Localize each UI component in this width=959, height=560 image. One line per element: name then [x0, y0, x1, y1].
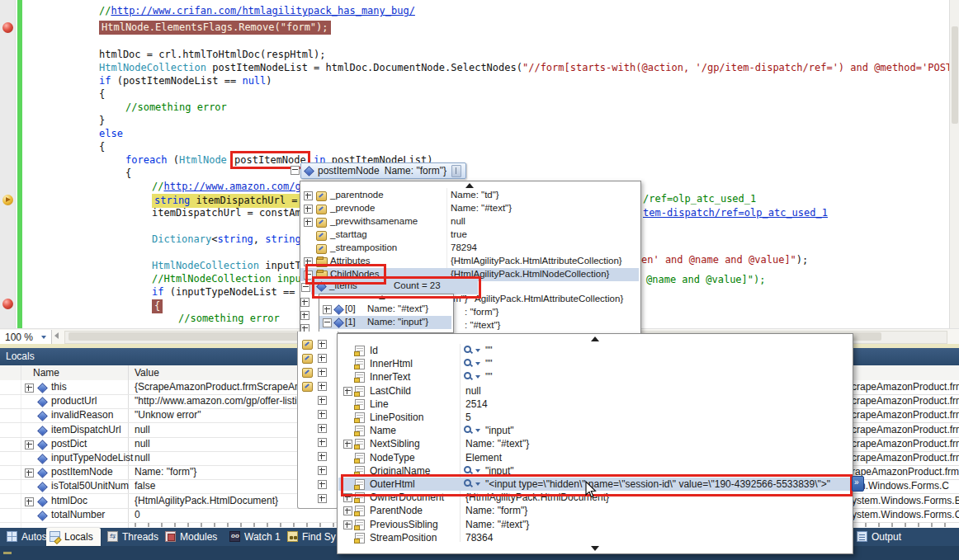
expander-plus-icon[interactable] [304, 191, 313, 200]
datatip-pin-icon[interactable] [852, 476, 864, 492]
property-row[interactable]: Name"input" [338, 424, 851, 437]
code-line[interactable]: HtmlNodeCollection postItemNodeList = ht… [99, 62, 959, 74]
magnifier-icon[interactable] [464, 426, 473, 435]
code-line[interactable]: itemDispatchUrl = constAma [152, 207, 307, 219]
expander-plus-icon[interactable] [318, 480, 327, 489]
scroll-left-arrow-icon[interactable] [54, 332, 59, 339]
magnifier-icon[interactable] [464, 466, 473, 475]
expander-plus-icon[interactable] [318, 354, 327, 363]
code-line[interactable]: } [99, 115, 105, 127]
code-line[interactable]: HtmlNode.ElementsFlags.Remove("form"); [99, 21, 331, 35]
magnifier-icon[interactable] [464, 372, 473, 381]
code-line[interactable]: string itemDispatchUrl = p [152, 194, 312, 208]
expander-plus-icon[interactable] [343, 506, 352, 515]
pin-to-source-icon[interactable] [451, 165, 461, 177]
code-line[interactable]: { [99, 141, 105, 153]
magnifier-icon[interactable] [464, 359, 473, 368]
code-line[interactable]: en' and @name and @value]"); [641, 254, 808, 266]
property-row[interactable]: LinePosition5 [338, 411, 851, 424]
vertical-scrollbar[interactable] [949, 0, 959, 328]
code-line[interactable]: @name and @value]"); [646, 274, 766, 286]
property-row[interactable]: ParentNodeName: "form"} [338, 504, 851, 517]
property-row[interactable]: InnerHtml"" [338, 357, 851, 370]
item-row[interactable]: [0]Name: "#text"} [319, 303, 451, 316]
breakpoint-margin[interactable] [0, 0, 16, 328]
datatip-header[interactable]: postItemNode Name: "form"} [300, 162, 466, 179]
expander-plus-icon[interactable] [343, 493, 352, 502]
expander-plus-icon[interactable] [318, 368, 327, 377]
node-properties-popup[interactable]: Id""InnerHtml""InnerText""LastChildnullL… [337, 333, 853, 554]
items-list-popup[interactable]: [0]Name: "#text"}[1]Name: "input"} [319, 294, 454, 333]
code-line[interactable]: else [99, 128, 123, 140]
dropdown-caret-icon[interactable] [475, 362, 480, 365]
expander-plus-icon[interactable] [25, 440, 34, 449]
tracepoint-icon[interactable] [2, 195, 13, 205]
expander-plus-icon[interactable] [318, 382, 327, 391]
code-line[interactable]: { [152, 299, 163, 313]
property-row[interactable]: Line2514 [338, 398, 851, 411]
property-row[interactable]: PreviousSiblingName: "#text"} [338, 518, 851, 531]
code-line[interactable]: Dictionary<string, string> [152, 233, 307, 246]
expander-plus-icon[interactable] [304, 205, 313, 214]
expander-plus-icon[interactable] [300, 298, 309, 307]
tab-autos[interactable]: Autos [3, 528, 43, 546]
code-line[interactable]: //HtmlNodeCollection input [152, 273, 307, 285]
code-line[interactable]: if (inputTypeNodeList == n [152, 286, 307, 299]
scroll-up-icon[interactable] [591, 336, 599, 341]
code-line[interactable]: tem-dispatch/ref=olp_atc_used_1 [643, 207, 828, 219]
expander-plus-icon[interactable] [300, 311, 309, 320]
vertical-scrollbar-thumb[interactable] [952, 26, 958, 124]
property-row[interactable]: NextSiblingName: "#text"} [338, 437, 851, 450]
code-line[interactable]: { [99, 88, 105, 101]
tab-locals[interactable]: Locals [46, 528, 101, 546]
expander-plus-icon[interactable] [318, 410, 327, 419]
code-line[interactable]: //something error [178, 313, 280, 325]
expander-plus-icon[interactable] [343, 440, 352, 449]
items-collapse-expander[interactable] [301, 283, 310, 292]
expander-plus-icon[interactable] [343, 387, 352, 396]
tab-watch-1[interactable]: Watch 1 [226, 528, 281, 546]
expander-plus-icon[interactable] [25, 468, 34, 478]
dropdown-caret-icon[interactable] [475, 429, 480, 432]
tree-row[interactable]: _prevwithsamenamenull [300, 215, 639, 228]
property-row[interactable]: OriginalName"input" [338, 464, 851, 478]
tree-row[interactable]: _parentnodeName: "td"} [300, 189, 639, 202]
column-divider[interactable] [128, 365, 129, 380]
expander-plus-icon[interactable] [318, 438, 327, 447]
column-header-value[interactable]: Value [135, 367, 159, 379]
items-count-row[interactable]: _items Count = 23 [311, 278, 478, 294]
expander-plus-icon[interactable] [318, 452, 327, 461]
scroll-up-icon[interactable] [379, 295, 385, 299]
magnifier-icon[interactable] [464, 479, 473, 488]
code-line[interactable]: htmlDoc = crl.htmlToHtmlDoc(respHtml); [99, 49, 326, 61]
expander-plus-icon[interactable] [304, 257, 313, 266]
code-line[interactable]: if (postItemNodeList == null) [99, 75, 272, 87]
item-row[interactable]: [1]Name: "input"} [319, 316, 451, 329]
expander-plus-icon[interactable] [304, 218, 313, 227]
expander-plus-icon[interactable] [323, 305, 332, 314]
code-line[interactable]: HtmlNodeCollection inputTy [152, 260, 307, 272]
code-line[interactable]: //http://www.amazon.com/gp [152, 181, 307, 193]
expander-plus-icon[interactable] [318, 340, 327, 349]
column-header-name[interactable]: Name [33, 367, 59, 379]
tab-modules[interactable]: Modules [162, 528, 223, 546]
code-line[interactable]: //something error [125, 101, 227, 114]
property-row[interactable]: StreamPosition78364 [338, 531, 851, 544]
expander-minus-icon[interactable] [323, 318, 332, 327]
code-line[interactable]: //http://www.crifan.com/htmlagilitypack_… [99, 5, 415, 17]
scroll-down-icon[interactable] [591, 546, 599, 551]
tree-row[interactable]: _streamposition78294 [300, 242, 639, 255]
breakpoint-icon[interactable] [2, 22, 13, 33]
expander-plus-icon[interactable] [318, 494, 327, 503]
expander-plus-icon[interactable] [25, 497, 34, 506]
scroll-up-icon[interactable] [465, 183, 474, 188]
breakpoint-icon[interactable] [2, 299, 13, 309]
property-row[interactable]: Id"" [338, 344, 851, 357]
dropdown-caret-icon[interactable] [475, 349, 480, 352]
code-line[interactable]: { [125, 167, 131, 180]
dropdown-caret-icon[interactable] [475, 375, 480, 379]
magnifier-icon[interactable] [464, 346, 473, 355]
tab-threads[interactable]: Threads [104, 528, 158, 546]
tree-row[interactable]: _starttagtrue [300, 228, 639, 242]
expander-plus-icon[interactable] [318, 466, 327, 475]
